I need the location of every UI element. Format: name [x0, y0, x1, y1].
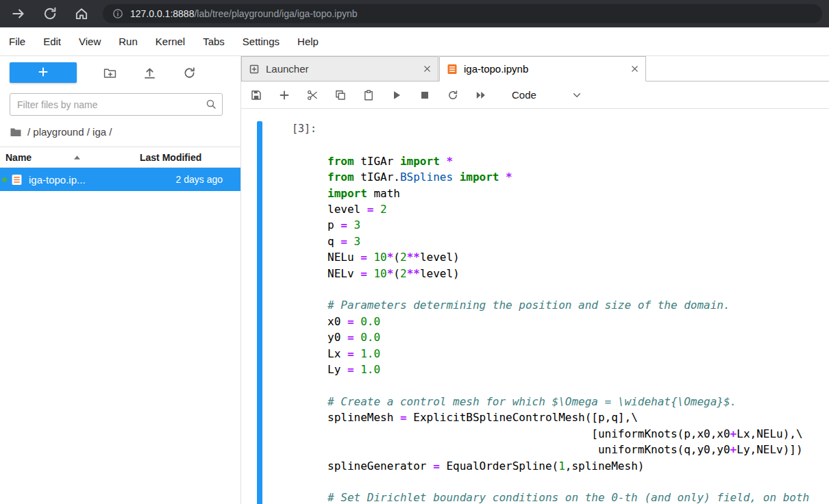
- folder-icon[interactable]: [10, 127, 22, 138]
- name-header-label: Name: [5, 152, 32, 163]
- file-browser-toolbar: [0, 56, 240, 86]
- file-list-header: Name Last Modified: [0, 147, 240, 168]
- run-button[interactable]: [391, 90, 402, 101]
- column-header-name[interactable]: Name: [5, 152, 140, 163]
- browser-chrome: 127.0.0.1:8888/lab/tree/playground/iga/i…: [0, 0, 829, 27]
- kernel-running-dot: [2, 177, 7, 182]
- url-host: 127.0.0.1:8888: [130, 8, 194, 19]
- plus-icon: [38, 66, 49, 79]
- file-name: iga-topo.ip...: [29, 174, 176, 186]
- close-icon[interactable]: [423, 65, 431, 73]
- tab-label: Launcher: [266, 63, 423, 75]
- breadcrumb-path[interactable]: / playground / iga /: [27, 126, 112, 138]
- menu-item-tabs[interactable]: Tabs: [194, 27, 234, 56]
- info-icon[interactable]: [112, 8, 123, 19]
- file-modified: 2 days ago: [176, 174, 223, 185]
- menu-item-view[interactable]: View: [70, 27, 110, 56]
- close-icon[interactable]: [631, 65, 639, 73]
- sort-caret-up-icon: [74, 155, 80, 160]
- refresh-icon[interactable]: [183, 66, 196, 79]
- url-path: /lab/tree/playground/iga/iga-topo.ipynb: [194, 8, 357, 19]
- notebook-content: [3]: from tIGAr import *from tIGAr.BSpli…: [241, 109, 829, 504]
- menu-item-help[interactable]: Help: [288, 27, 327, 56]
- copy-cell-button[interactable]: [335, 90, 346, 101]
- menu-item-edit[interactable]: Edit: [34, 27, 70, 56]
- upload-icon[interactable]: [143, 66, 156, 79]
- paste-cell-button[interactable]: [363, 90, 374, 101]
- tab-label: iga-topo.ipynb: [464, 63, 631, 75]
- menu-item-kernel[interactable]: Kernel: [147, 27, 194, 56]
- home-icon[interactable]: [74, 6, 89, 21]
- menu-item-run[interactable]: Run: [110, 27, 147, 56]
- menu-item-file[interactable]: File: [0, 27, 34, 56]
- column-header-modified[interactable]: Last Modified: [140, 152, 223, 163]
- tab-bar: Launcher iga-topo.ipynb: [241, 56, 829, 81]
- cut-cell-button[interactable]: [307, 90, 318, 101]
- menu-item-settings[interactable]: Settings: [234, 27, 288, 56]
- launcher-icon: [249, 64, 260, 75]
- cell-type-label: Code: [512, 89, 536, 101]
- restart-kernel-button[interactable]: [447, 90, 458, 101]
- cell-type-dropdown[interactable]: Code: [512, 89, 582, 101]
- content-area: / playground / iga / Name Last Modified …: [0, 56, 829, 504]
- save-button[interactable]: [251, 90, 262, 101]
- file-browser: / playground / iga / Name Last Modified …: [0, 56, 241, 504]
- cell-collapser[interactable]: [257, 121, 262, 504]
- code-lines: from tIGAr import *from tIGAr.BSplines i…: [327, 153, 829, 504]
- notebook-icon: [447, 64, 458, 75]
- file-row[interactable]: iga-topo.ip... 2 days ago: [0, 168, 240, 191]
- stop-button[interactable]: [419, 90, 430, 101]
- notebook-toolbar: Code: [241, 81, 829, 109]
- filter-box: [10, 93, 223, 116]
- notebook-file-icon: [11, 174, 23, 186]
- search-icon: [206, 99, 216, 110]
- main-panel: Launcher iga-topo.ipynb: [241, 56, 829, 504]
- reload-icon[interactable]: [42, 6, 58, 21]
- tab-notebook[interactable]: iga-topo.ipynb: [439, 56, 646, 81]
- menubar: File Edit View Run Kernel Tabs Settings …: [0, 27, 829, 56]
- jupyterlab-window: 127.0.0.1:8888/lab/tree/playground/iga/i…: [0, 0, 829, 504]
- restart-run-all-button[interactable]: [475, 90, 486, 101]
- tab-launcher[interactable]: Launcher: [241, 56, 438, 81]
- code-editor[interactable]: from tIGAr import *from tIGAr.BSplines i…: [327, 121, 829, 504]
- add-cell-button[interactable]: [279, 90, 290, 101]
- filter-input[interactable]: [10, 93, 223, 116]
- forward-icon[interactable]: [11, 6, 26, 21]
- execution-count: [3]:: [271, 121, 317, 504]
- chevron-down-icon: [572, 90, 582, 100]
- breadcrumb[interactable]: / playground / iga /: [0, 118, 240, 147]
- url-bar[interactable]: 127.0.0.1:8888/lab/tree/playground/iga/i…: [103, 4, 822, 23]
- new-launcher-button[interactable]: [10, 62, 77, 83]
- new-folder-icon[interactable]: [103, 66, 116, 79]
- code-cell[interactable]: [3]: from tIGAr import *from tIGAr.BSpli…: [257, 121, 829, 504]
